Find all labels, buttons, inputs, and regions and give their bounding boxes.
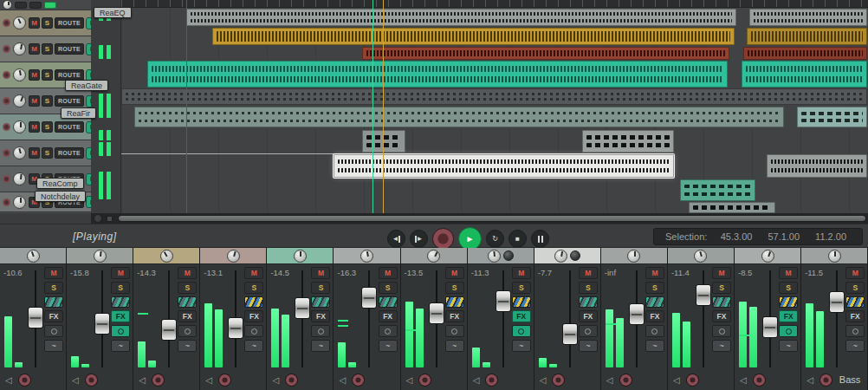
record-button[interactable] xyxy=(432,228,454,250)
io-stripes-button[interactable] xyxy=(44,296,63,308)
solo-button[interactable]: S xyxy=(579,282,598,294)
solo-button[interactable]: S xyxy=(379,282,398,294)
fx-bypass-button[interactable] xyxy=(512,325,531,337)
width-knob[interactable] xyxy=(503,250,514,261)
fx-button[interactable]: FX xyxy=(244,310,263,322)
pan-knob[interactable] xyxy=(13,196,26,209)
speaker-icon[interactable]: ◁ xyxy=(806,375,813,385)
mute-button[interactable]: M xyxy=(44,267,63,279)
media-item[interactable] xyxy=(797,107,867,127)
speaker-icon[interactable]: ◁ xyxy=(72,375,79,385)
volume-fader[interactable] xyxy=(94,313,110,335)
record-arm-button[interactable] xyxy=(3,45,10,53)
go-to-end-button[interactable]: ► xyxy=(410,230,428,248)
volume-value[interactable]: -11.4 xyxy=(671,268,690,277)
io-stripes-button[interactable] xyxy=(712,296,731,308)
record-arm-button[interactable] xyxy=(552,374,565,387)
record-arm-button[interactable] xyxy=(3,198,10,206)
mute-button[interactable]: M xyxy=(445,267,464,279)
pan-knob[interactable] xyxy=(828,250,841,263)
pan-knob[interactable] xyxy=(13,120,26,133)
selection-length[interactable]: 11.2.00 xyxy=(815,231,862,242)
record-arm-button[interactable] xyxy=(485,374,498,387)
io-stripes-button[interactable] xyxy=(645,296,664,308)
record-arm-button[interactable] xyxy=(753,374,766,387)
tcp-track-row[interactable]: MSROUTEFX xyxy=(0,140,91,166)
sends-button[interactable]: ~ xyxy=(379,340,398,352)
sends-button[interactable]: ~ xyxy=(445,340,464,352)
speaker-icon[interactable]: ◁ xyxy=(272,375,279,385)
solo-button[interactable]: S xyxy=(445,282,464,294)
sends-button[interactable]: ~ xyxy=(111,340,130,352)
speaker-icon[interactable]: ◁ xyxy=(740,375,747,385)
record-arm-button[interactable] xyxy=(152,374,165,387)
volume-value[interactable]: -inf xyxy=(605,268,616,277)
record-arm-button[interactable] xyxy=(85,374,98,387)
selection-end[interactable]: 57.1.00 xyxy=(768,231,815,242)
pan-knob[interactable] xyxy=(427,250,440,263)
fx-button[interactable]: FX xyxy=(779,310,798,322)
horizontal-scrollbar[interactable] xyxy=(91,213,868,224)
pause-button[interactable] xyxy=(531,230,549,248)
volume-fader[interactable] xyxy=(28,307,43,328)
record-arm-button[interactable] xyxy=(819,374,832,387)
volume-value[interactable]: -7.7 xyxy=(538,268,552,277)
volume-fader[interactable] xyxy=(429,302,444,324)
fx-bypass-button[interactable] xyxy=(845,325,865,337)
pan-knob[interactable] xyxy=(94,250,107,263)
volume-value[interactable]: -13.1 xyxy=(204,268,223,277)
speaker-icon[interactable]: ◁ xyxy=(339,375,346,385)
volume-fader[interactable] xyxy=(829,291,845,313)
speaker-icon[interactable]: ◁ xyxy=(5,375,12,385)
record-arm-button[interactable] xyxy=(285,374,298,387)
fx-slot-name[interactable]: Notchdelay xyxy=(35,191,86,202)
sends-button[interactable]: ~ xyxy=(712,340,731,352)
volume-fader[interactable] xyxy=(295,297,310,319)
volume-fader[interactable] xyxy=(228,317,243,339)
solo-button[interactable]: S xyxy=(645,282,664,294)
volume-value[interactable]: -11.3 xyxy=(471,268,489,277)
scrollbar-thumb[interactable] xyxy=(118,215,866,222)
media-item[interactable] xyxy=(582,130,674,153)
mute-button[interactable]: M xyxy=(845,267,865,279)
record-arm-button[interactable] xyxy=(3,71,10,79)
sends-button[interactable]: ~ xyxy=(645,340,664,352)
input-fx-indicator[interactable] xyxy=(44,2,56,9)
fx-button[interactable]: FX xyxy=(178,310,197,322)
fx-button[interactable]: FX xyxy=(445,310,464,322)
record-arm-button[interactable] xyxy=(352,374,365,387)
speaker-icon[interactable]: ◁ xyxy=(406,375,413,385)
io-stripes-button[interactable] xyxy=(512,296,531,308)
solo-button[interactable]: S xyxy=(42,121,53,133)
pan-knob[interactable] xyxy=(27,250,40,263)
pan-knob[interactable] xyxy=(13,172,26,185)
volume-fader[interactable] xyxy=(629,303,645,325)
pan-knob[interactable] xyxy=(694,250,707,263)
sends-button[interactable]: ~ xyxy=(44,340,63,352)
fx-button[interactable]: FX xyxy=(645,310,664,322)
mute-button[interactable]: M xyxy=(29,147,40,159)
io-stripes-button[interactable] xyxy=(311,296,330,308)
volume-value[interactable]: -14.3 xyxy=(137,268,156,277)
mute-button[interactable]: M xyxy=(178,267,197,279)
volume-fader[interactable] xyxy=(696,284,711,306)
arrange-view[interactable] xyxy=(121,0,868,213)
fx-button[interactable]: FX xyxy=(379,310,398,322)
media-item[interactable] xyxy=(743,47,867,60)
fx-bypass-button[interactable] xyxy=(645,325,664,337)
fx-bypass-button[interactable] xyxy=(244,325,263,337)
media-item[interactable] xyxy=(742,61,867,88)
fx-slot-name[interactable]: ReaGate xyxy=(65,80,108,91)
record-arm-button[interactable] xyxy=(218,374,231,387)
pan-knob[interactable] xyxy=(13,94,26,107)
io-stripes-button[interactable] xyxy=(178,296,197,308)
pan-knob[interactable] xyxy=(227,250,240,263)
mute-button[interactable]: M xyxy=(111,267,130,279)
io-stripes-button[interactable] xyxy=(779,296,798,308)
media-item[interactable] xyxy=(689,202,775,213)
volume-value[interactable]: -8.5 xyxy=(738,268,752,277)
play-button[interactable]: ► xyxy=(458,227,482,250)
width-knob[interactable] xyxy=(570,250,580,261)
pan-knob[interactable] xyxy=(554,250,567,263)
volume-value[interactable]: -13.5 xyxy=(405,268,424,277)
